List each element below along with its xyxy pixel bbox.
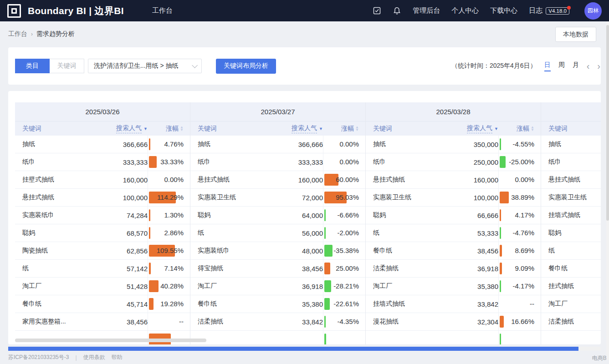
keyword-cell: 纸 [15,264,79,273]
table-row: 淘工厂36,918-28.21% [190,278,365,295]
change-column-header[interactable]: 涨幅▲▼ [148,125,190,133]
sort-desc-icon[interactable]: ▼ [494,126,498,131]
popularity-column-header[interactable]: 搜索人气▼ [79,124,148,133]
change-cell: -4.55% [498,136,541,153]
popularity-column-header[interactable]: 搜索人气▼ [255,124,323,133]
prev-date-arrow[interactable]: ‹ [587,61,590,71]
change-cell: 9.09% [498,260,541,277]
keyword-cell: 纸 [541,247,601,255]
keyword-layout-analysis-button[interactable]: 关键词布局分析 [216,59,276,74]
local-data-button[interactable]: 本地数据 [555,27,596,42]
negative-change-bar [500,334,501,344]
popularity-cell: 160,000 [255,176,323,184]
keyword-cell: 餐巾纸 [366,247,430,255]
popularity-cell: 160,000 [430,176,498,184]
period-tab-2[interactable]: 月 [573,61,579,71]
popularity-cell: 100,000 [79,194,148,202]
popularity-cell: 36,918 [430,265,498,273]
next-date-arrow[interactable]: › [597,61,600,71]
table-row-partial [366,331,541,344]
change-cell: 8.69% [498,242,541,259]
change-column-header[interactable]: 涨幅▲▼ [323,125,365,133]
sort-toggle-icon[interactable]: ▲▼ [180,126,184,131]
change-value: 9.09% [515,260,534,277]
category-select[interactable]: 洗护清洁剂/卫生...用纸 > 抽纸 [88,59,202,73]
table-row: 悬挂式抽纸160,00060.00% [190,171,365,189]
table-row: 餐巾纸35,380-22.61% [190,295,365,313]
popularity-cell: 72,000 [255,194,323,202]
keyword-column-header[interactable]: 关键词 [366,125,430,133]
table-horizontal-scrollbar-thumb[interactable] [15,339,206,342]
nav-link-download[interactable]: 下载中心 [490,6,517,15]
change-value: 4.76% [164,136,184,153]
keyword-cell: 纸巾 [366,158,430,166]
page-horizontal-scrollbar-track[interactable] [8,347,601,351]
change-cell: 7.14% [148,260,190,277]
nav-link-personal[interactable]: 个人中心 [451,6,479,15]
table-row: 抽纸 [541,136,601,153]
change-cell: 114.29% [148,189,190,206]
change-cell [498,331,541,344]
keyword-cell: 抽纸 [541,140,601,148]
nav-item-workbench[interactable]: 工作台 [152,6,173,15]
avatar[interactable]: 园林 [584,2,602,20]
keyword-column-header[interactable]: 关键词 [541,125,601,133]
change-cell: 1.30% [148,207,190,224]
negative-change-bar [324,227,326,239]
popularity-cell: 56,000 [255,229,323,237]
change-value: -4.76% [512,224,534,242]
positive-change-bar [500,209,501,221]
footer: 苏ICP备2021033235号-3 | 使用条款 帮助 [8,354,123,361]
period-tab-0[interactable]: 日 [544,61,551,71]
change-value: -4.55% [512,136,534,153]
sort-toggle-icon[interactable]: ▲▼ [531,126,534,131]
page-horizontal-scrollbar-thumb[interactable] [8,347,578,351]
change-value: 19.28% [160,295,184,313]
table-row: 淘工厂51,42840.28% [15,278,190,295]
keyword-cell: 实惠装纸巾 [15,211,79,219]
keyword-cell: 漫花抽纸 [366,318,430,326]
sort-desc-icon[interactable]: ▼ [143,126,148,131]
dimension-tab-0[interactable]: 类目 [15,59,50,73]
page-vertical-scrollbar-track[interactable] [606,21,609,360]
nav-link-admin[interactable]: 管理后台 [413,6,440,15]
popularity-cell: 35,380 [430,283,498,290]
period-tab-1[interactable]: 周 [558,61,565,71]
dimension-tab-1[interactable]: 关键词 [50,59,84,73]
period-tabs: 日周月 [544,61,579,71]
help-link[interactable]: 帮助 [112,354,123,361]
page-vertical-scrollbar-thumb[interactable] [606,25,609,221]
keyword-cell: 得宝抽纸 [190,264,255,273]
negative-change-bar [324,334,326,344]
positive-change-bar [149,209,150,221]
change-value: 33.33% [160,153,184,171]
nav-link-log[interactable]: 日志 [529,6,542,15]
keyword-column-header[interactable]: 关键词 [15,125,79,133]
change-value: 114.29% [157,189,184,206]
sort-desc-icon[interactable]: ▼ [319,126,323,131]
date-group-2: 2025/03/28关键词搜索人气▼涨幅▲▼抽纸350,000-4.55%纸巾2… [366,102,541,344]
table-row: 挂式抽纸 [541,278,601,295]
breadcrumb-current: 需求趋势分析 [36,30,75,38]
version-badge[interactable]: V4.18.0 [546,7,569,15]
date-group-0: 2025/03/26关键词搜索人气▼涨幅▲▼抽纸366,6664.76%纸巾33… [15,102,190,344]
popularity-cell: 38,456 [79,318,148,326]
popularity-header-label: 搜索人气 [467,124,492,133]
sort-toggle-icon[interactable]: ▲▼ [355,126,359,131]
breadcrumb-workbench[interactable]: 工作台 [8,30,27,38]
date-group-header [541,102,601,121]
keyword-cell: 实惠装纸巾 [190,247,255,255]
bell-icon[interactable] [393,6,401,15]
change-value: 38.89% [511,189,534,206]
popularity-column-header[interactable]: 搜索人气▼ [430,124,498,133]
negative-change-bar [500,227,501,239]
terms-link[interactable]: 使用条款 [83,354,105,361]
keyword-cell: 聪妈 [190,211,255,219]
table-row: 洁柔抽纸36,9189.09% [366,260,541,278]
keyword-cell: 餐巾纸 [190,300,255,308]
task-check-icon[interactable] [373,6,381,15]
date-group-header: 2025/03/27 [190,102,365,121]
change-column-header[interactable]: 涨幅▲▼ [498,125,541,133]
change-value: -- [179,313,184,330]
keyword-column-header[interactable]: 关键词 [190,125,255,133]
